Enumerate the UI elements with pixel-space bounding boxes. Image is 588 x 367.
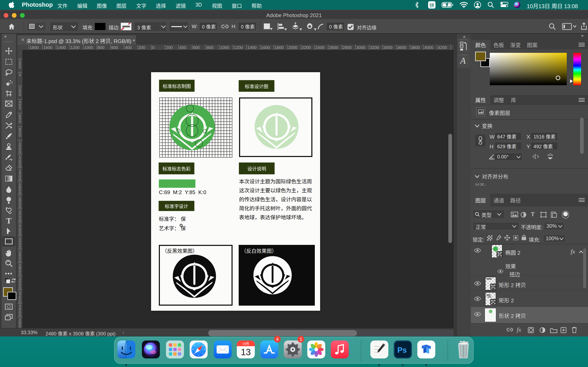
svg-text:10月: 10月	[242, 341, 249, 346]
svg-text:Ps: Ps	[397, 346, 407, 354]
svg-text:13: 13	[241, 347, 251, 357]
